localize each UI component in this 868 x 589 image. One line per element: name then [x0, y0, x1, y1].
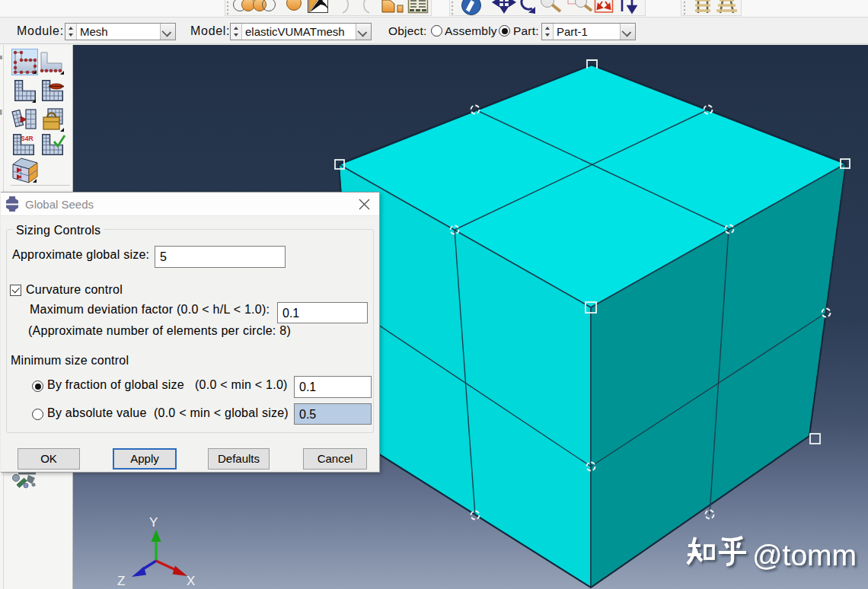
svg-text:@tomm: @tomm — [752, 539, 857, 571]
svg-text:Z: Z — [117, 574, 125, 588]
svg-text:X: X — [187, 574, 195, 588]
svg-text:Y: Y — [149, 515, 158, 530]
svg-text:S4R: S4R — [21, 135, 34, 142]
